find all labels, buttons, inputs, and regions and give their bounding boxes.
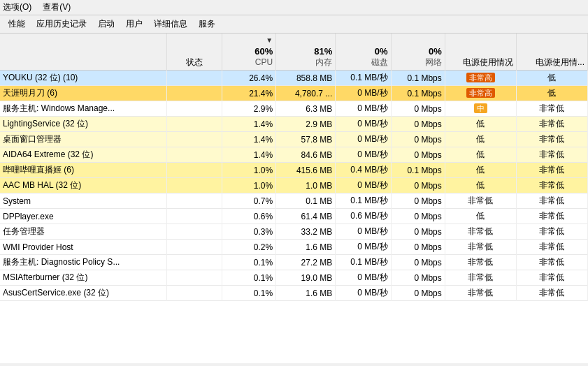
process-cpu: 0.7% xyxy=(222,193,276,209)
process-status xyxy=(166,270,222,286)
process-power-usage: 非常低 xyxy=(445,240,516,255)
table-row[interactable]: AAC MB HAL (32 位)1.0%1.0 MB0 MB/秒0 Mbps低… xyxy=(0,178,588,193)
process-memory: 1.0 MB xyxy=(276,178,336,193)
process-network: 0 Mbps xyxy=(391,132,445,147)
process-disk: 0.1 MB/秒 xyxy=(336,255,391,270)
process-memory: 1.6 MB xyxy=(276,286,336,301)
process-network: 0.1 Mbps xyxy=(391,163,445,178)
process-memory: 0.1 MB xyxy=(276,193,336,209)
process-disk: 0.4 MB/秒 xyxy=(336,163,391,178)
process-power-usage: 低 xyxy=(445,117,516,132)
process-memory: 858.8 MB xyxy=(276,71,336,86)
col-disk[interactable]: 0% 磁盘 xyxy=(336,34,391,71)
process-power-usage: 非常高 xyxy=(445,71,516,86)
process-power-trend: 非常低 xyxy=(516,132,587,147)
process-name: 服务主机: Windows Manage... xyxy=(0,101,166,117)
col-network[interactable]: 0% 网络 xyxy=(391,34,445,71)
process-name: AAC MB HAL (32 位) xyxy=(0,178,166,193)
col-name[interactable] xyxy=(0,34,166,71)
process-status xyxy=(166,193,222,209)
tab-performance[interactable]: 性能 xyxy=(3,17,31,31)
process-power-usage: 低 xyxy=(445,209,516,224)
process-table-container: 状态 ▼ 60% CPU 81% 内存 0% 磁盘 0% 网络 xyxy=(0,34,588,363)
col-status[interactable]: 状态 xyxy=(166,34,222,71)
process-power-usage: 中 xyxy=(445,101,516,117)
process-cpu: 0.1% xyxy=(222,270,276,286)
process-power-usage: 低 xyxy=(445,147,516,163)
table-row[interactable]: WMI Provider Host0.2%1.6 MB0 MB/秒0 Mbps非… xyxy=(0,240,588,255)
col-memory[interactable]: 81% 内存 xyxy=(276,34,336,71)
table-row[interactable]: YOUKU (32 位) (10)26.4%858.8 MB0.1 MB/秒0.… xyxy=(0,71,588,86)
menu-view[interactable]: 查看(V) xyxy=(43,1,71,13)
menu-options[interactable]: 选项(O) xyxy=(3,1,31,13)
process-disk: 0.1 MB/秒 xyxy=(336,71,391,86)
table-row[interactable]: 天涯明月刀 (6)21.4%4,780.7 ...0 MB/秒0.1 Mbps非… xyxy=(0,86,588,101)
process-status xyxy=(166,86,222,101)
table-row[interactable]: LightingService (32 位)1.4%2.9 MB0 MB/秒0 … xyxy=(0,117,588,132)
table-row[interactable]: 服务主机: Diagnostic Policy S...0.1%27.2 MB0… xyxy=(0,255,588,270)
tab-users[interactable]: 用户 xyxy=(120,17,148,31)
process-power-trend: 非常低 xyxy=(516,101,587,117)
process-memory: 1.6 MB xyxy=(276,240,336,255)
tab-details[interactable]: 详细信息 xyxy=(148,17,193,31)
process-disk: 0 MB/秒 xyxy=(336,132,391,147)
process-cpu: 0.2% xyxy=(222,240,276,255)
process-name: DPPlayer.exe xyxy=(0,209,166,224)
tab-app-history[interactable]: 应用历史记录 xyxy=(31,17,92,31)
table-header-row: 状态 ▼ 60% CPU 81% 内存 0% 磁盘 0% 网络 xyxy=(0,34,588,71)
table-row[interactable]: AsusCertService.exe (32 位)0.1%1.6 MB0 MB… xyxy=(0,286,588,301)
process-network: 0 Mbps xyxy=(391,209,445,224)
process-power-usage: 非常低 xyxy=(445,255,516,270)
process-power-usage: 非常低 xyxy=(445,270,516,286)
process-name: MSIAfterburner (32 位) xyxy=(0,270,166,286)
process-name: YOUKU (32 位) (10) xyxy=(0,71,166,86)
process-status xyxy=(166,117,222,132)
process-power-trend: 非常低 xyxy=(516,163,587,178)
table-row[interactable]: DPPlayer.exe0.6%61.4 MB0.6 MB/秒0 Mbps低非常… xyxy=(0,209,588,224)
process-power-trend: 低 xyxy=(516,71,587,86)
col-power-usage-trend[interactable]: 电源使用情... xyxy=(516,34,587,71)
table-body: YOUKU (32 位) (10)26.4%858.8 MB0.1 MB/秒0.… xyxy=(0,71,588,301)
process-cpu: 1.0% xyxy=(222,178,276,193)
col-cpu[interactable]: ▼ 60% CPU xyxy=(222,34,276,71)
table-row[interactable]: 哔哩哔哩直播姬 (6)1.0%415.6 MB0.4 MB/秒0.1 Mbps低… xyxy=(0,163,588,178)
table-row[interactable]: AIDA64 Extreme (32 位)1.4%84.6 MB0 MB/秒0 … xyxy=(0,147,588,163)
process-disk: 0 MB/秒 xyxy=(336,101,391,117)
process-cpu: 1.0% xyxy=(222,163,276,178)
process-network: 0 Mbps xyxy=(391,101,445,117)
process-memory: 27.2 MB xyxy=(276,255,336,270)
process-status xyxy=(166,71,222,86)
title-bar: 选项(O) 查看(V) xyxy=(0,0,588,15)
table-row[interactable]: MSIAfterburner (32 位)0.1%19.0 MB0 MB/秒0 … xyxy=(0,270,588,286)
process-name: AIDA64 Extreme (32 位) xyxy=(0,147,166,163)
col-power-usage[interactable]: 电源使用情况 xyxy=(445,34,516,71)
table-row[interactable]: System0.7%0.1 MB0.1 MB/秒0 Mbps非常低非常低 xyxy=(0,193,588,209)
process-status xyxy=(166,132,222,147)
process-power-trend: 非常低 xyxy=(516,286,587,301)
process-power-usage: 非常低 xyxy=(445,193,516,209)
process-cpu: 0.3% xyxy=(222,224,276,240)
process-memory: 4,780.7 ... xyxy=(276,86,336,101)
process-name: System xyxy=(0,193,166,209)
table-row[interactable]: 桌面窗口管理器1.4%57.8 MB0 MB/秒0 Mbps低非常低 xyxy=(0,132,588,147)
process-power-trend: 非常低 xyxy=(516,178,587,193)
process-memory: 2.9 MB xyxy=(276,117,336,132)
tab-startup[interactable]: 启动 xyxy=(92,17,120,31)
process-network: 0 Mbps xyxy=(391,224,445,240)
process-status xyxy=(166,240,222,255)
process-disk: 0 MB/秒 xyxy=(336,117,391,132)
process-power-usage: 低 xyxy=(445,178,516,193)
process-status xyxy=(166,178,222,193)
table-row[interactable]: 服务主机: Windows Manage...2.9%6.3 MB0 MB/秒0… xyxy=(0,101,588,117)
process-status xyxy=(166,101,222,117)
tab-services[interactable]: 服务 xyxy=(193,17,221,31)
table-row[interactable]: 任务管理器0.3%33.2 MB0 MB/秒0 Mbps非常低非常低 xyxy=(0,224,588,240)
process-disk: 0 MB/秒 xyxy=(336,86,391,101)
process-power-trend: 非常低 xyxy=(516,270,587,286)
process-cpu: 1.4% xyxy=(222,132,276,147)
process-cpu: 1.4% xyxy=(222,117,276,132)
process-memory: 61.4 MB xyxy=(276,209,336,224)
process-table: 状态 ▼ 60% CPU 81% 内存 0% 磁盘 0% 网络 xyxy=(0,34,588,301)
sort-arrow-icon: ▼ xyxy=(266,36,273,44)
process-cpu: 0.1% xyxy=(222,255,276,270)
